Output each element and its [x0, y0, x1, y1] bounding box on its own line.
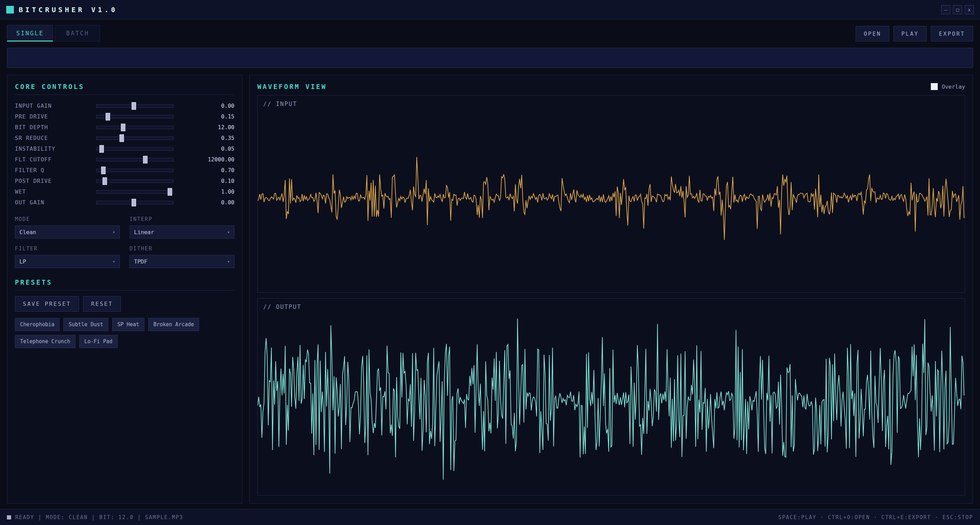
preset-chip-sp-heat[interactable]: SP Heat	[112, 318, 145, 331]
core-controls-heading: CORE CONTROLS	[15, 83, 234, 95]
status-left: READY | MODE: CLEAN | BIT: 12.0 | SAMPLE…	[7, 514, 183, 520]
status-indicator	[7, 515, 11, 519]
preset-chip-broken-arcade[interactable]: Broken Arcade	[148, 318, 199, 331]
dropdown-label: INTERP	[129, 216, 234, 222]
open-button[interactable]: OPEN	[856, 26, 889, 41]
slider-row-bit-depth: BIT DEPTH 12.00	[15, 122, 234, 133]
statusbar: READY | MODE: CLEAN | BIT: 12.0 | SAMPLE…	[0, 509, 980, 525]
filter-group: FILTER LP ▾	[15, 245, 120, 268]
preset-chip-subtle-dust[interactable]: Subtle Dust	[64, 318, 108, 331]
slider-value: 0.15	[183, 113, 234, 120]
shortcut-hints: SPACE:PLAY · CTRL+O:OPEN · CTRL+E:EXPORT…	[778, 514, 973, 520]
slider-track[interactable]	[96, 190, 173, 194]
dither-dropdown[interactable]: TPDF ▾	[129, 255, 234, 268]
slider-thumb[interactable]	[101, 167, 106, 174]
slider-row-flt-cutoff: FLT CUTOFF 12000.00	[15, 154, 234, 165]
slider-thumb[interactable]	[143, 156, 148, 164]
slider-track[interactable]	[96, 104, 173, 108]
mode-group: MODE Clean ▾	[15, 216, 120, 239]
slider-track[interactable]	[96, 201, 173, 204]
tab-bar: SINGLE BATCH	[7, 25, 100, 41]
interp-group: INTERP Linear ▾	[129, 216, 234, 239]
slider-thumb[interactable]	[132, 102, 136, 110]
slider-track[interactable]	[96, 147, 173, 151]
slider-track[interactable]	[96, 169, 173, 172]
slider-value: 0.05	[183, 145, 234, 152]
filter-dropdown[interactable]: LP ▾	[15, 255, 120, 268]
dropdown-value: Linear	[134, 229, 154, 235]
output-waveform-label: // OUTPUT	[263, 303, 301, 310]
toolbar-actions: OPEN PLAY EXPORT	[856, 26, 973, 41]
input-waveform-panel: // INPUT	[257, 95, 965, 293]
slider-label: INSTABILITY	[15, 145, 96, 152]
chevron-down-icon: ▾	[113, 259, 115, 264]
slider-row-filter-q: FILTER Q 0.70	[15, 165, 234, 176]
tab-batch[interactable]: BATCH	[55, 25, 100, 41]
core-controls-panel: CORE CONTROLS INPUT GAIN 0.00 PRE DRIVE …	[7, 75, 242, 504]
dropdown-value: Clean	[19, 229, 36, 235]
slider-label: POST DRIVE	[15, 178, 96, 184]
mode-dropdown[interactable]: Clean ▾	[15, 226, 120, 239]
preset-actions: SAVE PRESET RESET	[15, 296, 234, 312]
slider-thumb[interactable]	[102, 177, 107, 185]
slider-value: 0.70	[183, 167, 234, 173]
output-waveform-panel: // OUTPUT	[257, 298, 965, 496]
play-button[interactable]: PLAY	[893, 26, 927, 41]
app-title: BITCRUSHER V1.0	[19, 6, 118, 14]
slider-thumb[interactable]	[119, 134, 124, 142]
dropdown-label: DITHER	[129, 245, 234, 252]
slider-label: WET	[15, 188, 96, 195]
preset-chip-lofi-pad[interactable]: Lo-Fi Pad	[79, 335, 118, 348]
close-button[interactable]: x	[965, 5, 974, 14]
waveform-view-panel: WAVEFORM VIEW Overlay // INPUT // OUTPUT	[249, 75, 973, 504]
chevron-down-icon: ▾	[227, 259, 230, 264]
reset-button[interactable]: RESET	[83, 296, 121, 312]
input-waveform-label: // INPUT	[263, 100, 297, 107]
slider-track[interactable]	[96, 158, 173, 161]
input-waveform	[258, 95, 965, 292]
dropdown-value: LP	[19, 258, 26, 265]
export-button[interactable]: EXPORT	[931, 26, 973, 41]
status-text: READY | MODE: CLEAN | BIT: 12.0 | SAMPLE…	[15, 514, 183, 520]
minimize-button[interactable]: –	[941, 5, 950, 14]
slider-thumb[interactable]	[168, 188, 172, 196]
slider-track[interactable]	[96, 115, 173, 118]
slider-thumb[interactable]	[99, 145, 104, 153]
title-area: BITCRUSHER V1.0	[6, 6, 118, 14]
slider-label: OUT GAIN	[15, 199, 96, 206]
slider-row-input-gain: INPUT GAIN 0.00	[15, 100, 234, 111]
file-drop-zone[interactable]	[7, 48, 973, 68]
tab-single[interactable]: SINGLE	[7, 25, 53, 41]
app-logo-icon	[6, 6, 14, 14]
slider-list: INPUT GAIN 0.00 PRE DRIVE 0.15 BIT DEPTH…	[15, 100, 234, 208]
slider-thumb[interactable]	[106, 113, 110, 121]
slider-label: BIT DEPTH	[15, 124, 96, 130]
slider-row-wet: WET 1.00	[15, 186, 234, 197]
slider-row-post-drive: POST DRIVE 0.10	[15, 176, 234, 186]
slider-value: 0.00	[183, 199, 234, 206]
overlay-label: Overlay	[942, 83, 965, 90]
overlay-toggle: Overlay	[931, 83, 965, 90]
slider-label: SR REDUCE	[15, 135, 96, 141]
slider-thumb[interactable]	[121, 124, 126, 131]
presets-heading: PRESETS	[15, 278, 234, 291]
slider-value: 12000.00	[183, 156, 234, 163]
slider-row-out-gain: OUT GAIN 0.00	[15, 197, 234, 208]
slider-track[interactable]	[96, 137, 173, 140]
slider-track[interactable]	[96, 180, 173, 183]
preset-chips: Cherophobia Subtle Dust SP Heat Broken A…	[15, 318, 234, 348]
output-waveform	[258, 299, 965, 495]
waveform-view-header: WAVEFORM VIEW Overlay	[257, 83, 965, 91]
interp-dropdown[interactable]: Linear ▾	[129, 226, 234, 239]
slider-thumb[interactable]	[132, 199, 136, 207]
maximize-button[interactable]: □	[953, 5, 962, 14]
preset-chip-cherophobia[interactable]: Cherophobia	[15, 318, 60, 331]
window-controls: – □ x	[941, 5, 974, 14]
dropdown-label: MODE	[15, 216, 120, 222]
overlay-checkbox[interactable]	[931, 83, 938, 90]
slider-label: FLT CUTOFF	[15, 156, 96, 163]
slider-label: INPUT GAIN	[15, 102, 96, 109]
preset-chip-telephone-crunch[interactable]: Telephone Crunch	[15, 335, 75, 348]
slider-track[interactable]	[96, 126, 173, 129]
save-preset-button[interactable]: SAVE PRESET	[15, 296, 79, 312]
